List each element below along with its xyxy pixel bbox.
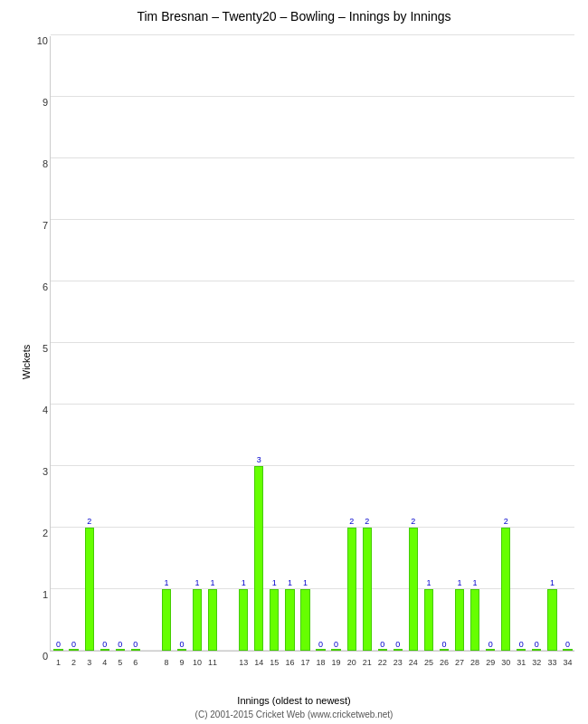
bar bbox=[363, 528, 372, 651]
x-axis-label: Innings (oldest to newest) bbox=[237, 695, 350, 706]
bar bbox=[116, 649, 125, 651]
x-tick-label: 25 bbox=[424, 658, 433, 667]
bar-value-label: 0 bbox=[519, 640, 524, 649]
bar-value-label: 0 bbox=[565, 640, 570, 649]
y-axis-label: Wickets bbox=[21, 345, 32, 380]
y-tick-label: 8 bbox=[43, 158, 48, 169]
bar bbox=[347, 528, 356, 651]
copyright: (C) 2001-2015 Cricket Web (www.cricketwe… bbox=[0, 710, 588, 719]
y-gridline bbox=[51, 465, 574, 466]
x-tick-label: 26 bbox=[440, 658, 449, 667]
x-tick-label: 29 bbox=[486, 658, 495, 667]
bar bbox=[254, 466, 263, 651]
x-tick-label: 4 bbox=[102, 658, 107, 667]
chart-title: Tim Bresnan – Twenty20 – Bowling – Innin… bbox=[0, 0, 588, 28]
y-gridline bbox=[51, 96, 574, 97]
y-gridline bbox=[51, 588, 574, 589]
bar-value-label: 2 bbox=[87, 517, 91, 526]
x-tick-label: 17 bbox=[300, 658, 309, 667]
x-tick-label: 33 bbox=[547, 658, 556, 667]
bar bbox=[239, 589, 248, 651]
bar bbox=[486, 649, 495, 651]
y-tick-label: 10 bbox=[37, 35, 48, 46]
x-tick-label: 2 bbox=[71, 658, 76, 667]
bar-value-label: 0 bbox=[318, 640, 323, 649]
y-tick-label: 7 bbox=[43, 220, 48, 231]
bar bbox=[409, 528, 418, 651]
y-tick-label: 3 bbox=[43, 466, 48, 477]
x-tick-label: 1 bbox=[56, 658, 61, 667]
bar-value-label: 3 bbox=[257, 455, 261, 464]
bar bbox=[285, 589, 294, 651]
x-tick-label: 9 bbox=[179, 658, 184, 667]
bar bbox=[100, 649, 109, 651]
x-tick-label: 16 bbox=[285, 658, 294, 667]
x-tick-label: 14 bbox=[254, 658, 263, 667]
x-tick-label: 6 bbox=[133, 658, 138, 667]
bar bbox=[455, 589, 464, 651]
bar-value-label: 0 bbox=[133, 640, 138, 649]
y-tick-label: 4 bbox=[43, 405, 48, 415]
bar-value-label: 0 bbox=[118, 640, 122, 649]
bar-value-label: 1 bbox=[288, 578, 292, 587]
bar-value-label: 1 bbox=[195, 578, 200, 587]
bar-value-label: 0 bbox=[102, 640, 107, 649]
y-tick-label: 1 bbox=[43, 589, 48, 600]
bar-value-label: 0 bbox=[395, 640, 400, 649]
x-tick-label: 27 bbox=[455, 658, 464, 667]
bar bbox=[517, 649, 526, 651]
bar bbox=[208, 589, 217, 651]
bar bbox=[424, 589, 433, 651]
bar-value-label: 1 bbox=[272, 578, 277, 587]
bar-value-label: 1 bbox=[211, 578, 215, 587]
y-tick-label: 0 bbox=[43, 651, 48, 662]
bar-value-label: 1 bbox=[458, 578, 462, 587]
x-tick-label: 22 bbox=[378, 658, 387, 667]
bar-value-label: 0 bbox=[488, 640, 493, 649]
bar bbox=[440, 649, 449, 651]
x-tick-label: 5 bbox=[118, 658, 122, 667]
bar-value-label: 2 bbox=[504, 517, 508, 526]
y-gridline bbox=[51, 157, 574, 158]
bar-value-label: 1 bbox=[242, 578, 246, 587]
bar bbox=[270, 589, 279, 651]
bar bbox=[162, 589, 171, 651]
x-tick-label: 15 bbox=[270, 658, 279, 667]
bar-value-label: 0 bbox=[56, 640, 61, 649]
x-tick-label: 32 bbox=[532, 658, 541, 667]
x-tick-label: 30 bbox=[501, 658, 510, 667]
bar-value-label: 1 bbox=[303, 578, 308, 587]
x-tick-label: 24 bbox=[409, 658, 418, 667]
bar bbox=[316, 649, 325, 651]
bar bbox=[69, 649, 78, 651]
x-tick-label: 3 bbox=[87, 658, 91, 667]
y-tick-label: 6 bbox=[43, 281, 48, 292]
y-gridline bbox=[51, 650, 574, 651]
bar-value-label: 1 bbox=[550, 578, 555, 587]
bar-value-label: 0 bbox=[71, 640, 76, 649]
bar bbox=[532, 649, 541, 651]
chart-container: Tim Bresnan – Twenty20 – Bowling – Innin… bbox=[0, 0, 588, 724]
y-tick-label: 9 bbox=[43, 97, 48, 108]
bar bbox=[501, 528, 510, 651]
bar bbox=[85, 528, 94, 651]
y-gridline bbox=[51, 342, 574, 343]
x-tick-label: 21 bbox=[363, 658, 372, 667]
bar bbox=[300, 589, 309, 651]
bar-value-label: 0 bbox=[179, 640, 184, 649]
x-tick-label: 19 bbox=[332, 658, 341, 667]
bar-value-label: 0 bbox=[535, 640, 539, 649]
y-gridline bbox=[51, 404, 574, 405]
bar bbox=[470, 589, 479, 651]
bar bbox=[547, 589, 556, 651]
bar-value-label: 1 bbox=[473, 578, 478, 587]
y-gridline bbox=[51, 219, 574, 220]
bar-value-label: 0 bbox=[380, 640, 384, 649]
bar bbox=[331, 649, 340, 651]
y-gridline bbox=[51, 281, 574, 281]
x-tick-label: 8 bbox=[164, 658, 168, 667]
x-tick-label: 23 bbox=[394, 658, 403, 667]
x-tick-label: 20 bbox=[347, 658, 356, 667]
bar bbox=[563, 649, 572, 651]
bar-value-label: 2 bbox=[411, 517, 415, 526]
